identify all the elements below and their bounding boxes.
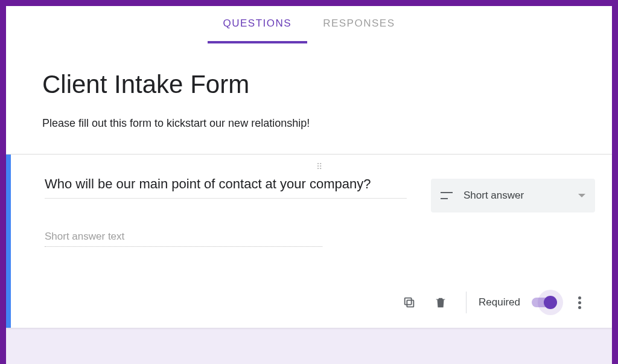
question-card[interactable]: ⠿ Who will be our main point of contact … (6, 155, 612, 328)
form-title[interactable]: Client Intake Form (42, 70, 576, 99)
tabs-bar: QUESTIONS RESPONSES (6, 6, 612, 43)
question-text-input[interactable]: Who will be our main point of contact at… (45, 175, 407, 199)
question-footer: Required (45, 277, 595, 328)
trash-icon (434, 296, 447, 309)
required-label: Required (479, 296, 520, 308)
svg-rect-1 (405, 298, 412, 305)
form-description[interactable]: Please fill out this form to kickstart o… (42, 117, 576, 130)
svg-rect-0 (407, 300, 413, 307)
more-options-button[interactable] (566, 289, 593, 316)
copy-icon (403, 296, 416, 309)
duplicate-button[interactable] (396, 289, 422, 316)
delete-button[interactable] (427, 289, 454, 316)
tab-questions[interactable]: QUESTIONS (208, 6, 308, 43)
short-answer-icon (441, 192, 453, 199)
drag-handle-icon[interactable]: ⠿ (45, 164, 595, 169)
required-toggle[interactable] (525, 289, 561, 316)
answer-preview: Short answer text (45, 231, 322, 247)
form-editor: QUESTIONS RESPONSES Client Intake Form P… (6, 6, 612, 364)
form-header-card[interactable]: Client Intake Form Please fill out this … (6, 43, 612, 155)
question-row: Who will be our main point of contact at… (45, 175, 595, 212)
question-text-container: Who will be our main point of contact at… (45, 175, 407, 199)
question-type-dropdown[interactable]: Short answer (431, 179, 595, 212)
chevron-down-icon (578, 194, 585, 197)
dropdown-label: Short answer (464, 190, 578, 202)
more-vertical-icon (578, 296, 581, 309)
footer-divider (466, 292, 467, 313)
tab-responses[interactable]: RESPONSES (307, 6, 410, 43)
